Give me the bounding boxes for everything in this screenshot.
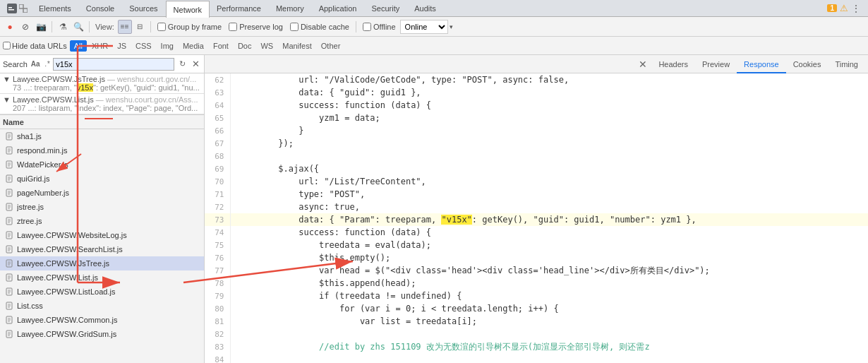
preserve-log-checkbox[interactable] (229, 23, 237, 31)
regex-btn[interactable]: .* (44, 60, 52, 68)
file-icon-3 (6, 174, 14, 183)
left-panel: Search Aa .* ↻ ✕ ▼ Lawyee.CPWSW.JsTree.j… (0, 55, 205, 363)
filter-type-buttons: All XHR JS CSS Img Media Font Doc WS Man… (70, 40, 345, 52)
throttle-dropdown-arrow[interactable]: ▾ (450, 23, 453, 30)
filter-js-btn[interactable]: JS (113, 40, 131, 52)
file-item-2[interactable]: WdatePicker.js (0, 157, 204, 172)
filter-button[interactable]: ⚗ (56, 20, 70, 34)
line-num-81: 81 (205, 315, 230, 328)
filter-doc-btn[interactable]: Doc (234, 40, 256, 52)
filter-all-btn[interactable]: All (70, 40, 87, 52)
record-button[interactable]: ● (3, 20, 17, 34)
clear-search-btn[interactable]: ✕ (190, 59, 201, 70)
code-content-63: data: { "guid": guid1 }, (230, 86, 868, 99)
tab-memory[interactable]: Memory (269, 0, 312, 17)
file-icon-7 (6, 231, 14, 239)
file-item-11[interactable]: Lawyee.CPWSW.ListLoad.js (0, 285, 204, 299)
right-panel-close-btn[interactable]: ✕ (634, 55, 651, 73)
throttle-select[interactable]: Online Fast 3G Slow 3G Offline (400, 20, 448, 34)
tab-application[interactable]: Application (312, 0, 365, 17)
search-button[interactable]: 🔍 (71, 20, 85, 34)
view-detail-icon[interactable]: ⊟ (133, 20, 147, 34)
preserve-log-label[interactable]: Preserve log (229, 23, 283, 31)
filter-ws-btn[interactable]: WS (256, 40, 277, 52)
tab-cookies[interactable]: Cookies (786, 55, 828, 73)
tab-preview[interactable]: Preview (695, 55, 737, 73)
camera-button[interactable]: 📷 (34, 20, 48, 34)
filter-xhr-btn[interactable]: XHR (88, 40, 112, 52)
file-item-12[interactable]: List.css (0, 299, 204, 313)
code-area[interactable]: 62 url: "/ValiCode/GetCode", type: "POST… (205, 73, 868, 363)
file-item-5[interactable]: jstree.js (0, 200, 204, 214)
filter-other-btn[interactable]: Other (317, 40, 345, 52)
tab-elements[interactable]: Elements (32, 0, 79, 17)
offline-checkbox[interactable] (363, 23, 371, 31)
file-item-13[interactable]: Lawyee.CPWSW.Common.js (0, 313, 204, 327)
case-sensitive-btn[interactable]: Aa (30, 60, 42, 68)
line-num-83: 83 (205, 340, 230, 353)
tab-bar: Elements Console Sources Network Perform… (0, 0, 868, 17)
filter-media-btn[interactable]: Media (179, 40, 208, 52)
toolbar-divider-3 (150, 21, 151, 32)
file-item-0[interactable]: sha1.js (0, 129, 204, 143)
line-num-74: 74 (205, 226, 230, 239)
search-input[interactable] (53, 58, 174, 71)
filter-bar: Hide data URLs All XHR JS CSS Img Media … (0, 37, 868, 55)
file-item-14[interactable]: Lawyee.CPWSW.GridSum.js (0, 327, 204, 341)
tab-performance[interactable]: Performance (210, 0, 269, 17)
stop-record-button[interactable]: ⊘ (18, 20, 32, 34)
view-table-icon[interactable]: ≡≡ (118, 20, 132, 34)
code-content-77: var head = $("<div class='head'><div cla… (230, 264, 868, 277)
tab-audits[interactable]: Audits (407, 0, 444, 17)
file-item-3[interactable]: quiGrid.js (0, 172, 204, 186)
file-item-8[interactable]: Lawyee.CPWSW.SearchList.js (0, 242, 204, 256)
filter-css-btn[interactable]: CSS (131, 40, 156, 52)
code-row-72: 72 async: true, (205, 201, 868, 213)
timeline-entry-1[interactable]: ▼ Lawyee.CPWSW.JsTree.js — wenshu.court.… (0, 73, 204, 94)
code-row-74: 74 success: function (data) { (205, 226, 868, 239)
file-name-8: Lawyee.CPWSW.SearchList.js (17, 245, 123, 254)
disable-cache-label[interactable]: Disable cache (290, 23, 349, 31)
code-row-62: 62 url: "/ValiCode/GetCode", type: "POST… (205, 73, 868, 86)
filter-font-btn[interactable]: Font (209, 40, 233, 52)
filter-img-btn[interactable]: Img (157, 40, 178, 52)
svg-rect-3 (19, 4, 23, 8)
group-by-frame-checkbox[interactable] (157, 23, 166, 31)
line-num-78: 78 (205, 277, 230, 290)
tab-timing[interactable]: Timing (828, 55, 865, 73)
tab-response[interactable]: Response (737, 55, 786, 73)
disable-cache-checkbox[interactable] (290, 23, 299, 31)
code-content-73: data: { "Param": treeparam, "v15x": getK… (230, 213, 868, 226)
filter-manifest-btn[interactable]: Manifest (278, 40, 316, 52)
code-content-66: } (230, 124, 868, 137)
offline-label-el[interactable]: Offline (363, 23, 396, 31)
timeline-entry-2[interactable]: ▼ Lawyee.CPWSW.List.js — wenshu.court.go… (0, 94, 204, 114)
code-row-80: 80 for (var i = 0; i < treedata.length; … (205, 302, 868, 315)
line-num-73: 73 (205, 213, 230, 226)
tab-headers[interactable]: Headers (651, 55, 695, 73)
file-icon-6 (6, 217, 14, 225)
more-options-btn[interactable]: ⋮ (851, 3, 861, 14)
code-content-70: url: "/List/TreeContent", (230, 175, 868, 188)
file-item-9[interactable]: Lawyee.CPWSW.JsTree.js (0, 256, 204, 270)
code-row-82: 82 (205, 328, 868, 340)
refresh-btn[interactable]: ↻ (176, 59, 188, 70)
tab-security[interactable]: Security (364, 0, 407, 17)
file-icon-10 (6, 273, 14, 282)
tab-console[interactable]: Console (79, 0, 122, 17)
hide-data-urls-label[interactable]: Hide data URLs (3, 42, 67, 50)
file-item-10[interactable]: Lawyee.CPWSW.List.js (0, 270, 204, 285)
file-item-4[interactable]: pageNumber.js (0, 186, 204, 200)
network-toolbar: ● ⊘ 📷 ⚗ 🔍 View: ≡≡ ⊟ Group by frame Pres… (0, 17, 868, 37)
hide-data-urls-checkbox[interactable] (3, 42, 11, 49)
file-item-7[interactable]: Lawyee.CPWSW.WebsiteLog.js (0, 228, 204, 242)
file-item-1[interactable]: respond.min.js (0, 143, 204, 157)
group-by-frame-label[interactable]: Group by frame (157, 23, 222, 31)
file-icon-13 (6, 316, 14, 324)
view-icons: ≡≡ ⊟ (118, 20, 147, 34)
line-num-71: 71 (205, 188, 230, 201)
file-item-6[interactable]: ztree.js (0, 214, 204, 228)
code-content-74: success: function (data) { (230, 226, 868, 239)
tab-sources[interactable]: Sources (122, 0, 165, 17)
tab-network[interactable]: Network (166, 1, 210, 18)
